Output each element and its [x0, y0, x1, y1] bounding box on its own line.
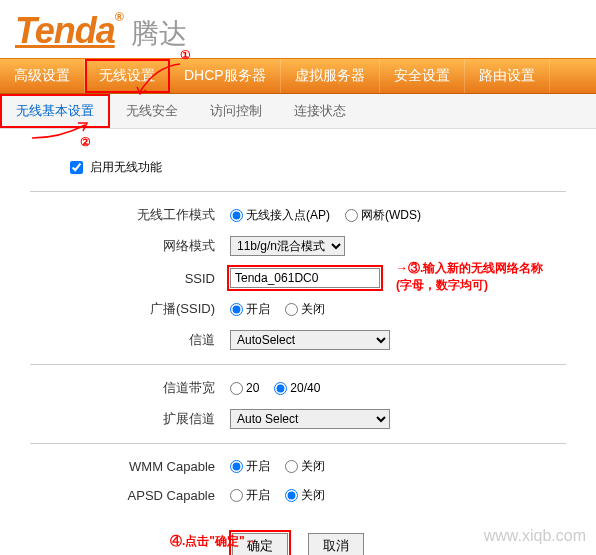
select-extchannel[interactable]: Auto Select — [230, 409, 390, 429]
select-netmode[interactable]: 11b/g/n混合模式 — [230, 236, 345, 256]
nav-virtual[interactable]: 虚拟服务器 — [281, 59, 380, 93]
radio-bw-20[interactable]: 20 — [230, 381, 259, 395]
section-1: 无线工作模式 无线接入点(AP) 网桥(WDS) 网络模式 11b/g/n混合模… — [30, 191, 566, 364]
radio-bw-2040[interactable]: 20/40 — [274, 381, 320, 395]
select-channel[interactable]: AutoSelect — [230, 330, 390, 350]
nav-advanced[interactable]: 高级设置 — [0, 59, 85, 93]
radio-wmm-off[interactable]: 关闭 — [285, 458, 325, 475]
section-3: WMM Capable 开启 关闭 APSD Capable 开启 关闭 — [30, 443, 566, 518]
annotation-2: ② — [80, 135, 91, 149]
content-area: 启用无线功能 无线工作模式 无线接入点(AP) 网桥(WDS) 网络模式 11b… — [0, 129, 596, 555]
label-wmm: WMM Capable — [30, 459, 230, 474]
label-apsd: APSD Capable — [30, 488, 230, 503]
nav-wireless[interactable]: 无线设置 — [85, 59, 170, 93]
brand-logo: Tenda® — [15, 10, 123, 52]
radio-ap[interactable]: 无线接入点(AP) — [230, 207, 330, 224]
radio-apsd-off[interactable]: 关闭 — [285, 487, 325, 504]
label-bandwidth: 信道带宽 — [30, 379, 230, 397]
label-channel: 信道 — [30, 331, 230, 349]
button-row: ④.点击"确定"→ 确定 取消 — [30, 518, 566, 555]
logo-area: Tenda® 腾达 — [0, 0, 596, 58]
nav-security[interactable]: 安全设置 — [380, 59, 465, 93]
label-netmode: 网络模式 — [30, 237, 230, 255]
main-nav: 高级设置 无线设置 DHCP服务器 虚拟服务器 安全设置 路由设置 — [0, 58, 596, 94]
label-mode: 无线工作模式 — [30, 206, 230, 224]
label-ssid: SSID — [30, 271, 230, 286]
brand-cn: 腾达 — [131, 15, 187, 53]
enable-wireless-label[interactable]: 启用无线功能 — [70, 160, 162, 174]
cancel-button[interactable]: 取消 — [308, 533, 364, 555]
subnav-security[interactable]: 无线安全 — [110, 94, 194, 128]
subnav-basic[interactable]: 无线基本设置 — [0, 94, 110, 128]
radio-broadcast-off[interactable]: 关闭 — [285, 301, 325, 318]
subnav-access[interactable]: 访问控制 — [194, 94, 278, 128]
annotation-4: ④.点击"确定"→ — [170, 533, 257, 550]
subnav-status[interactable]: 连接状态 — [278, 94, 362, 128]
section-2: 信道带宽 20 20/40 扩展信道 Auto Select — [30, 364, 566, 443]
radio-apsd-on[interactable]: 开启 — [230, 487, 270, 504]
label-broadcast: 广播(SSID) — [30, 300, 230, 318]
nav-dhcp[interactable]: DHCP服务器 — [170, 59, 281, 93]
label-extchannel: 扩展信道 — [30, 410, 230, 428]
annotation-1: ① — [180, 48, 191, 62]
annotation-3: →③.输入新的无线网络名称 (字母，数字均可) — [396, 260, 556, 294]
sub-nav: 无线基本设置 无线安全 访问控制 连接状态 — [0, 94, 596, 129]
radio-wmm-on[interactable]: 开启 — [230, 458, 270, 475]
radio-broadcast-on[interactable]: 开启 — [230, 301, 270, 318]
nav-routing[interactable]: 路由设置 — [465, 59, 550, 93]
enable-wireless-checkbox[interactable] — [70, 161, 83, 174]
input-ssid[interactable] — [230, 268, 380, 288]
enable-text: 启用无线功能 — [90, 160, 162, 174]
radio-wds[interactable]: 网桥(WDS) — [345, 207, 421, 224]
enable-row: 启用无线功能 — [30, 149, 566, 191]
